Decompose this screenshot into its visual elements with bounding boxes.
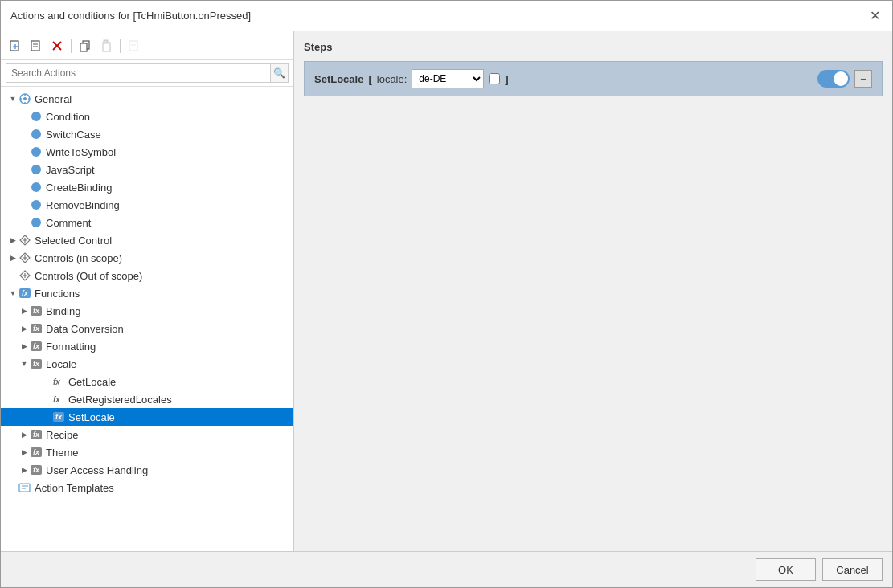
expand-functions: ▼ [7,288,18,299]
svg-rect-3 [31,41,39,51]
tree-item-controls-in-scope[interactable]: ▶ Controls (in scope) [1,249,293,267]
tree-item-getregisteredlocales[interactable]: fx GetRegisteredLocales [1,390,293,408]
step-row: SetLocale [ locale: de-DE en-US fr-FR es… [304,61,883,96]
data-conversion-icon: fx [30,322,43,335]
expand-selected-control: ▶ [7,235,18,246]
comment-label: Comment [46,217,91,229]
expand-writetosymbol [18,146,30,157]
svg-text:fx: fx [33,431,40,439]
tree-item-binding[interactable]: ▶ fx Binding [1,302,293,320]
tree-item-condition[interactable]: Condition [1,108,293,125]
toolbar-copy-button[interactable] [76,36,95,55]
new-icon [9,39,22,52]
move-icon [128,39,141,52]
tree-item-switchcase[interactable]: SwitchCase [1,125,293,143]
svg-rect-11 [104,40,108,43]
tree-item-functions[interactable]: ▼ fx Functions [1,284,293,302]
removebinding-icon [30,198,43,211]
toolbar-new-button[interactable] [6,36,25,55]
binding-icon: fx [30,304,43,317]
svg-text:fx: fx [53,378,60,386]
general-icon [18,92,31,105]
createbinding-icon [30,181,43,194]
expand-theme: ▶ [18,447,30,458]
tree-item-action-templates[interactable]: Action Templates [1,479,293,496]
setlocale-label: SetLocale [68,411,115,423]
tree-item-selected-control[interactable]: ▶ Selected Control [1,231,293,249]
tree-item-setlocale[interactable]: fx SetLocale [1,408,293,426]
svg-rect-46 [19,484,30,492]
toolbar-edit-button[interactable] [27,36,46,55]
toolbar-delete-button[interactable] [47,36,67,55]
selected-control-icon [18,234,31,247]
tree-item-javascript[interactable]: JavaScript [1,161,293,178]
step-remove-button[interactable]: − [854,70,872,88]
switchcase-icon [30,128,43,141]
removebinding-label: RemoveBinding [46,199,120,211]
tree-item-createbinding[interactable]: CreateBinding [1,178,293,196]
recipe-icon: fx [30,428,43,441]
recipe-label: Recipe [46,429,78,441]
svg-text:fx: fx [33,360,40,368]
toolbar [1,31,293,60]
data-conversion-label: Data Conversion [46,323,124,335]
expand-removebinding [18,199,30,210]
tree-item-writetosymbol[interactable]: WriteToSymbol [1,143,293,161]
expand-recipe: ▶ [18,429,30,440]
svg-point-15 [23,97,27,100]
paste-icon [100,39,113,52]
svg-rect-9 [80,43,87,51]
controls-out-scope-label: Controls (Out of scope) [35,270,142,282]
expand-controls-in-scope: ▶ [7,252,18,263]
content-area: 🔍 ▼ General Condition [1,31,892,551]
ok-button[interactable]: OK [756,558,816,581]
locale-icon: fx [30,357,43,370]
expand-getlocale [41,376,52,387]
tree-item-removebinding[interactable]: RemoveBinding [1,196,293,214]
toolbar-paste-button[interactable] [96,36,116,55]
functions-label: Functions [35,288,80,300]
close-button[interactable]: ✕ [866,8,883,24]
svg-text:fx: fx [33,325,40,333]
svg-rect-0 [10,41,18,51]
getregisteredlocales-label: GetRegisteredLocales [68,394,172,406]
locale-label: Locale [46,358,76,370]
theme-label: Theme [46,447,78,459]
javascript-icon [30,163,43,176]
formatting-label: Formatting [46,341,96,353]
svg-text:fx: fx [33,342,40,350]
cancel-button[interactable]: Cancel [822,558,883,581]
tree-item-general[interactable]: ▼ General [1,90,293,108]
step-checkbox[interactable] [489,73,500,84]
tree-item-controls-out-scope[interactable]: Controls (Out of scope) [1,267,293,284]
edit-icon [30,39,43,52]
user-access-icon: fx [30,463,43,476]
tree-item-recipe[interactable]: ▶ fx Recipe [1,426,293,443]
controls-in-scope-icon [18,251,31,264]
search-button[interactable]: 🔍 [271,63,289,83]
search-input[interactable] [6,63,271,83]
toggle-knob [834,71,848,86]
expand-data-conversion: ▶ [18,323,30,334]
createbinding-label: CreateBinding [46,182,112,194]
expand-javascript [18,164,30,175]
tree-item-getlocale[interactable]: fx GetLocale [1,373,293,390]
formatting-icon: fx [30,340,43,353]
tree-item-formatting[interactable]: ▶ fx Formatting [1,337,293,355]
step-locale-dropdown[interactable]: de-DE en-US fr-FR es-ES [412,69,484,88]
functions-icon: fx [18,287,31,300]
tree-item-comment[interactable]: Comment [1,214,293,231]
expand-action-templates [7,482,18,493]
condition-label: Condition [46,111,90,123]
tree-item-user-access[interactable]: ▶ fx User Access Handling [1,461,293,479]
binding-label: Binding [46,305,80,317]
steps-label: Steps [304,41,883,53]
tree-item-data-conversion[interactable]: ▶ fx Data Conversion [1,320,293,337]
action-templates-label: Action Templates [35,482,114,494]
step-toggle-button[interactable] [817,70,850,88]
expand-general: ▼ [7,93,18,104]
tree-item-locale[interactable]: ▼ fx Locale [1,355,293,373]
toolbar-move-button[interactable] [125,36,144,55]
selected-control-label: Selected Control [35,235,112,247]
tree-item-theme[interactable]: ▶ fx Theme [1,443,293,461]
